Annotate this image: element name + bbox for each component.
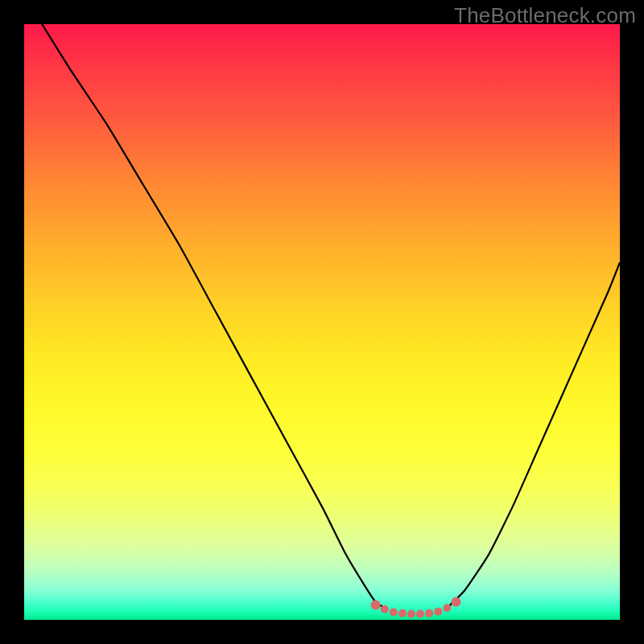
valley-dot	[371, 601, 381, 610]
watermark-text: TheBottleneck.com	[454, 3, 636, 28]
left-curve	[42, 24, 385, 608]
valley-dot-cluster	[371, 597, 461, 618]
valley-dot	[452, 597, 461, 607]
valley-dot	[398, 609, 407, 617]
right-curve	[447, 262, 620, 608]
valley-dot	[443, 604, 451, 612]
plot-gradient-background	[24, 24, 620, 620]
valley-dot	[416, 610, 424, 618]
valley-dot	[407, 610, 415, 618]
valley-dot	[434, 608, 442, 616]
valley-dot	[381, 605, 389, 613]
valley-dot	[390, 608, 398, 616]
curve-layer	[24, 24, 620, 620]
chart-frame: TheBottleneck.com	[0, 0, 644, 644]
valley-dot	[425, 609, 433, 617]
